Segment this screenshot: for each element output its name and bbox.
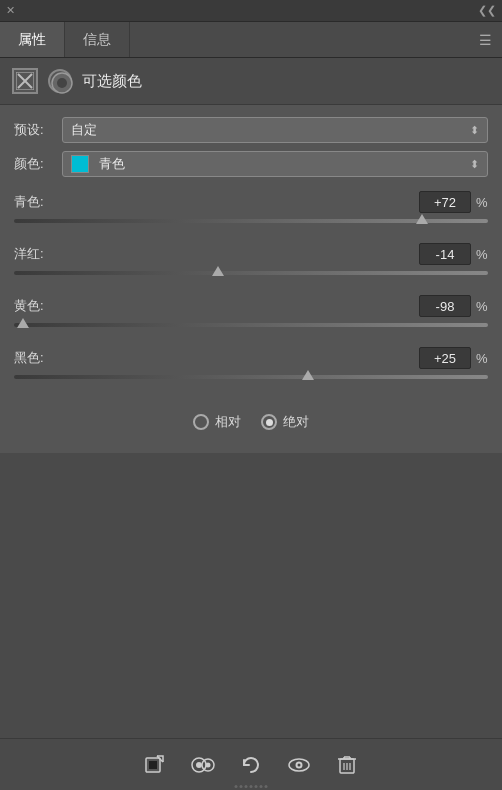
panel-title: 可选颜色: [82, 72, 142, 91]
black-track: [14, 375, 488, 379]
cyan-slider-row: 青色: +72 %: [14, 191, 488, 213]
cyan-percent: %: [476, 195, 488, 210]
preset-label: 预设:: [14, 121, 62, 139]
yellow-percent: %: [476, 299, 488, 314]
mask-icon: [16, 72, 34, 90]
color-swatch: [71, 155, 89, 173]
color-dropdown-arrow: ⬍: [470, 158, 479, 171]
svg-point-11: [206, 762, 211, 767]
magenta-track: [14, 271, 488, 275]
mask-button[interactable]: [140, 750, 170, 780]
radio-absolute[interactable]: 绝对: [261, 413, 309, 431]
bottom-toolbar: [0, 738, 502, 790]
radio-relative-label: 相对: [215, 413, 241, 431]
radio-group: 相对 绝对: [14, 399, 488, 441]
svg-point-9: [196, 762, 202, 768]
content-area: 预设: 自定 ⬍ 颜色: 青色 ⬍ 青色: +72 %: [0, 105, 502, 453]
black-thumb[interactable]: [302, 370, 314, 380]
black-slider-section: 黑色: +25 %: [14, 347, 488, 385]
magenta-label: 洋红:: [14, 245, 62, 263]
cyan-value[interactable]: +72: [419, 191, 471, 213]
cyan-thumb[interactable]: [416, 214, 428, 224]
color-row: 颜色: 青色 ⬍: [14, 151, 488, 177]
expand-button[interactable]: ❮❮: [478, 4, 496, 17]
magenta-slider-section: 洋红: -14 %: [14, 243, 488, 281]
preset-value: 自定: [71, 121, 97, 139]
color-label: 颜色:: [14, 155, 62, 173]
cyan-label: 青色:: [14, 193, 62, 211]
panel-container: ✕ ❮❮ 属性 信息 ☰: [0, 0, 502, 790]
svg-point-4: [57, 78, 67, 88]
preset-dropdown-arrow: ⬍: [470, 124, 479, 137]
magenta-percent: %: [476, 247, 488, 262]
radio-relative-circle[interactable]: [193, 414, 209, 430]
panel-header: 可选颜色: [0, 58, 502, 105]
visibility-toggle-button[interactable]: [188, 750, 218, 780]
color-value: 青色: [99, 156, 125, 171]
preset-dropdown[interactable]: 自定 ⬍: [62, 117, 488, 143]
preset-row: 预设: 自定 ⬍: [14, 117, 488, 143]
svg-point-14: [298, 763, 301, 766]
yellow-value[interactable]: -98: [419, 295, 471, 317]
cyan-slider-section: 青色: +72 %: [14, 191, 488, 229]
magenta-slider-row: 洋红: -14 %: [14, 243, 488, 265]
radio-relative[interactable]: 相对: [193, 413, 241, 431]
magenta-value[interactable]: -14: [419, 243, 471, 265]
yellow-slider-row: 黄色: -98 %: [14, 295, 488, 317]
tab-properties[interactable]: 属性: [0, 22, 65, 57]
tab-info[interactable]: 信息: [65, 22, 130, 57]
delete-button[interactable]: [332, 750, 362, 780]
close-button[interactable]: ✕: [6, 4, 15, 17]
yellow-slider-section: 黄色: -98 %: [14, 295, 488, 333]
color-dropdown[interactable]: 青色 ⬍: [62, 151, 488, 177]
panel-icon-circle: [48, 69, 72, 93]
eye-button[interactable]: [284, 750, 314, 780]
yellow-thumb[interactable]: [17, 318, 29, 328]
yellow-track-container[interactable]: [14, 321, 488, 333]
black-value[interactable]: +25: [419, 347, 471, 369]
radio-absolute-circle[interactable]: [261, 414, 277, 430]
grip-dots: [235, 785, 268, 790]
black-label: 黑色:: [14, 349, 62, 367]
yellow-track: [14, 323, 488, 327]
tab-bar: 属性 信息 ☰: [0, 22, 502, 58]
radio-absolute-label: 绝对: [283, 413, 309, 431]
magenta-track-container[interactable]: [14, 269, 488, 281]
panel-icon-mask: [12, 68, 38, 94]
title-bar-left: ✕: [6, 4, 15, 17]
yellow-label: 黄色:: [14, 297, 62, 315]
magenta-thumb[interactable]: [212, 266, 224, 276]
color-swatch-and-value: 青色: [71, 155, 125, 174]
black-percent: %: [476, 351, 488, 366]
black-track-container[interactable]: [14, 373, 488, 385]
cyan-track: [14, 219, 488, 223]
black-slider-row: 黑色: +25 %: [14, 347, 488, 369]
tab-menu-icon[interactable]: ☰: [479, 32, 492, 48]
title-bar: ✕ ❮❮: [0, 0, 502, 22]
cyan-track-container[interactable]: [14, 217, 488, 229]
reset-button[interactable]: [236, 750, 266, 780]
svg-rect-6: [149, 761, 157, 769]
